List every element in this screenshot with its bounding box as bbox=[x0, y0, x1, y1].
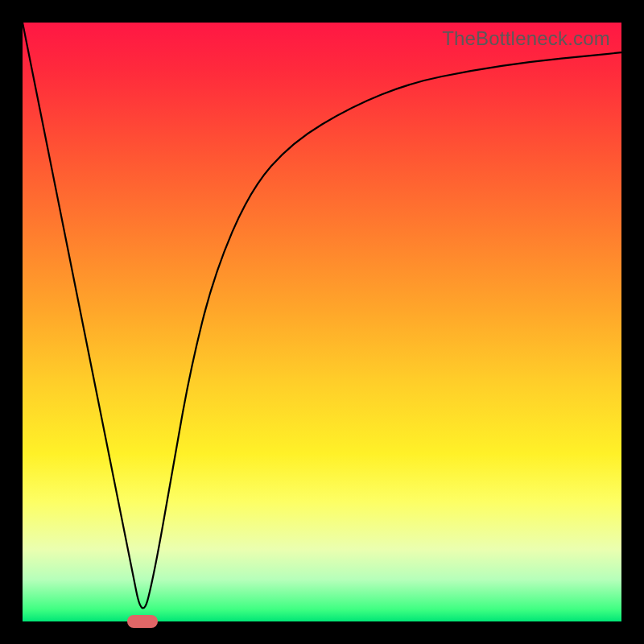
curve-path bbox=[23, 23, 621, 608]
optimum-marker bbox=[127, 615, 158, 628]
plot-area: TheBottleneck.com bbox=[23, 23, 621, 621]
chart-frame: TheBottleneck.com bbox=[0, 0, 644, 644]
bottleneck-curve bbox=[23, 23, 621, 621]
